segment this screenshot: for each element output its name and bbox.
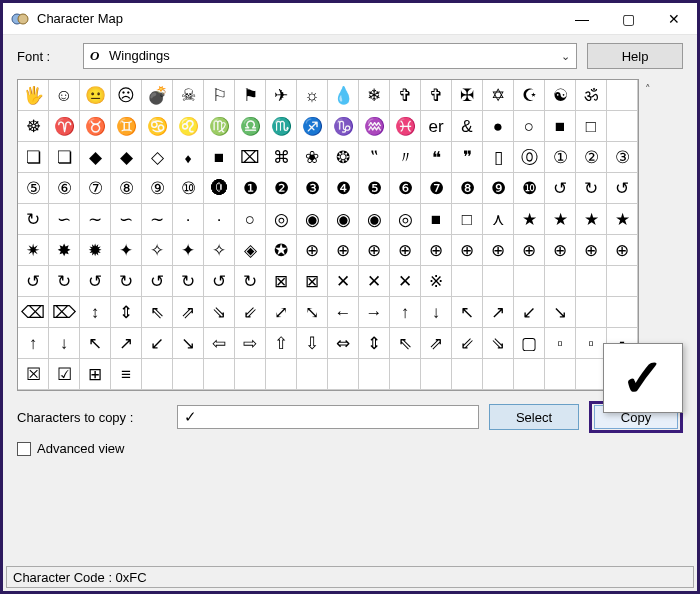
character-cell[interactable]: ♊ [111, 111, 142, 142]
character-cell[interactable]: ☒ [18, 359, 49, 390]
character-cell[interactable]: □ [452, 204, 483, 235]
character-cell[interactable]: ∼ [80, 204, 111, 235]
character-cell[interactable]: ⊕ [452, 235, 483, 266]
character-cell[interactable]: ⇔ [328, 328, 359, 359]
character-cell[interactable]: ⌫ [18, 297, 49, 328]
character-cell[interactable]: ↘ [173, 328, 204, 359]
character-cell[interactable]: ✕ [328, 266, 359, 297]
character-cell[interactable]: ↺ [18, 266, 49, 297]
character-cell[interactable]: ♈ [49, 111, 80, 142]
character-cell[interactable] [421, 359, 452, 390]
character-cell[interactable]: ⊕ [328, 235, 359, 266]
character-cell[interactable]: · [204, 204, 235, 235]
character-cell[interactable]: ✈ [266, 80, 297, 111]
character-cell[interactable]: ♉ [80, 111, 111, 142]
character-cell[interactable]: ☪ [514, 80, 545, 111]
character-cell[interactable]: ② [576, 142, 607, 173]
character-cell[interactable]: ⊕ [390, 235, 421, 266]
character-cell[interactable]: ▫ [545, 328, 576, 359]
character-cell[interactable]: ⇦ [204, 328, 235, 359]
character-cell[interactable]: ⇗ [421, 328, 452, 359]
character-cell[interactable]: ⊞ [80, 359, 111, 390]
character-cell[interactable]: ⊕ [483, 235, 514, 266]
character-cell[interactable]: ❼ [421, 173, 452, 204]
character-cell[interactable]: ⇘ [204, 297, 235, 328]
character-cell[interactable]: ⓪ [514, 142, 545, 173]
character-cell[interactable]: → [359, 297, 390, 328]
character-cell[interactable]: ☠ [173, 80, 204, 111]
character-cell[interactable]: ⇕ [111, 297, 142, 328]
character-cell[interactable]: ◆ [111, 142, 142, 173]
character-cell[interactable]: ⇙ [235, 297, 266, 328]
character-cell[interactable]: ⬧ [173, 142, 204, 173]
character-cell[interactable] [576, 297, 607, 328]
character-cell[interactable]: ☼ [297, 80, 328, 111]
font-dropdown[interactable]: O Wingdings ⌄ [83, 43, 577, 69]
character-cell[interactable]: ⚐ [204, 80, 235, 111]
character-cell[interactable]: · [173, 204, 204, 235]
character-cell[interactable]: ❀ [297, 142, 328, 173]
character-cell[interactable]: ⇕ [359, 328, 390, 359]
character-cell[interactable]: ↖ [80, 328, 111, 359]
character-cell[interactable]: ☹ [111, 80, 142, 111]
character-cell[interactable]: ↺ [607, 173, 638, 204]
character-cell[interactable]: ⊕ [421, 235, 452, 266]
character-cell[interactable]: ★ [545, 204, 576, 235]
character-cell[interactable]: 😐 [80, 80, 111, 111]
character-cell[interactable]: ❏ [18, 142, 49, 173]
character-cell[interactable]: ⇨ [235, 328, 266, 359]
character-cell[interactable]: ★ [607, 204, 638, 235]
character-cell[interactable] [514, 266, 545, 297]
maximize-button[interactable]: ▢ [605, 3, 651, 34]
character-cell[interactable]: 🖐 [18, 80, 49, 111]
character-cell[interactable]: ★ [576, 204, 607, 235]
character-cell[interactable]: ❻ [390, 173, 421, 204]
character-cell[interactable]: ↕ [80, 297, 111, 328]
character-cell[interactable]: ≡ [111, 359, 142, 390]
character-cell[interactable]: ∽ [49, 204, 80, 235]
character-cell[interactable]: ☺ [49, 80, 80, 111]
character-cell[interactable]: ⑨ [142, 173, 173, 204]
character-cell[interactable]: ✞ [390, 80, 421, 111]
character-cell[interactable]: ⊕ [545, 235, 576, 266]
character-cell[interactable] [607, 111, 638, 142]
character-cell[interactable]: ✹ [80, 235, 111, 266]
character-cell[interactable]: ☯ [545, 80, 576, 111]
character-cell[interactable]: ⌘ [266, 142, 297, 173]
character-cell[interactable]: ◎ [266, 204, 297, 235]
character-cell[interactable]: ⑧ [111, 173, 142, 204]
character-cell[interactable] [142, 359, 173, 390]
character-cell[interactable] [390, 359, 421, 390]
character-cell[interactable] [328, 359, 359, 390]
character-cell[interactable]: ⑦ [80, 173, 111, 204]
character-cell[interactable]: ✷ [18, 235, 49, 266]
character-cell[interactable]: ⤡ [297, 297, 328, 328]
character-cell[interactable]: ✕ [359, 266, 390, 297]
character-cell[interactable]: ※ [421, 266, 452, 297]
character-cell[interactable]: ↗ [111, 328, 142, 359]
character-cell[interactable]: 💣 [142, 80, 173, 111]
character-cell[interactable] [607, 297, 638, 328]
character-cell[interactable]: ❷ [266, 173, 297, 204]
character-cell[interactable]: ① [545, 142, 576, 173]
character-cell[interactable]: ■ [204, 142, 235, 173]
character-cell[interactable] [266, 359, 297, 390]
character-cell[interactable]: 〃 [390, 142, 421, 173]
close-button[interactable]: ✕ [651, 3, 697, 34]
character-cell[interactable]: ⌧ [235, 142, 266, 173]
character-cell[interactable]: ♌ [173, 111, 204, 142]
character-cell[interactable]: ❄ [359, 80, 390, 111]
character-cell[interactable]: ↻ [49, 266, 80, 297]
character-cell[interactable] [483, 359, 514, 390]
character-cell[interactable]: ⊠ [297, 266, 328, 297]
character-cell[interactable]: ❹ [328, 173, 359, 204]
character-cell[interactable]: ↙ [142, 328, 173, 359]
character-cell[interactable]: ↺ [80, 266, 111, 297]
character-cell[interactable]: ⇘ [483, 328, 514, 359]
character-cell[interactable]: ↻ [576, 173, 607, 204]
character-cell[interactable] [483, 266, 514, 297]
character-cell[interactable]: ↺ [545, 173, 576, 204]
character-cell[interactable]: ⤢ [266, 297, 297, 328]
character-cell[interactable]: ▯ [483, 142, 514, 173]
character-cell[interactable]: ↻ [111, 266, 142, 297]
